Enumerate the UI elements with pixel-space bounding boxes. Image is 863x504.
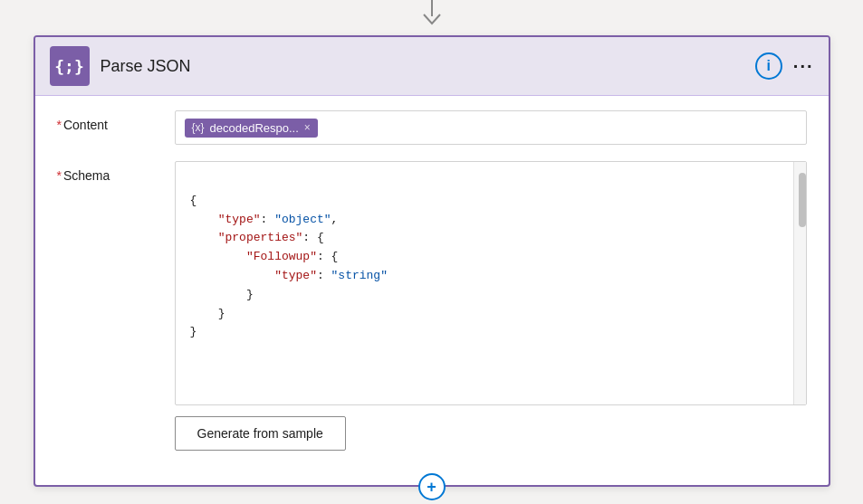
schema-scrollbar-thumb[interactable] — [799, 173, 806, 227]
schema-required-marker: * — [57, 168, 62, 183]
content-input[interactable]: {x} decodedRespo... × — [175, 110, 807, 145]
parse-json-card: {;} Parse JSON i ··· *Content {x} dec — [34, 35, 830, 487]
card-title: Parse JSON — [101, 57, 744, 76]
token-label: decodedRespo... — [210, 121, 299, 135]
schema-field-value: { "type": "object", "properties": { "Fol… — [175, 161, 807, 451]
generate-from-sample-button[interactable]: Generate from sample — [175, 416, 346, 451]
info-button[interactable]: i — [755, 52, 782, 80]
schema-label: *Schema — [57, 161, 175, 183]
token-icon: {x} — [192, 121, 205, 134]
token-close-button[interactable]: × — [304, 121, 311, 134]
card-body: *Content {x} decodedRespo... × *Schema — [35, 96, 829, 485]
content-label: *Content — [57, 110, 175, 132]
plus-icon: + — [427, 478, 436, 497]
card-header: {;} Parse JSON i ··· — [35, 37, 829, 96]
header-actions: i ··· — [755, 52, 814, 80]
content-token-chip: {x} decodedRespo... × — [185, 119, 318, 138]
content-field-row: *Content {x} decodedRespo... × — [57, 110, 807, 145]
canvas: {;} Parse JSON i ··· *Content {x} dec — [0, 0, 863, 504]
action-icon: {;} — [50, 46, 90, 86]
schema-editor[interactable]: { "type": "object", "properties": { "Fol… — [176, 162, 806, 397]
top-connector-arrow — [418, 0, 446, 31]
schema-editor-container[interactable]: { "type": "object", "properties": { "Fol… — [175, 161, 807, 405]
schema-field-row: *Schema { "type": "object", "properties"… — [57, 161, 807, 451]
more-options-button[interactable]: ··· — [793, 56, 814, 77]
content-field-value: {x} decodedRespo... × — [175, 110, 807, 145]
schema-scrollbar[interactable] — [793, 162, 806, 404]
add-step-button[interactable]: + — [418, 473, 446, 500]
content-required-marker: * — [57, 118, 62, 132]
